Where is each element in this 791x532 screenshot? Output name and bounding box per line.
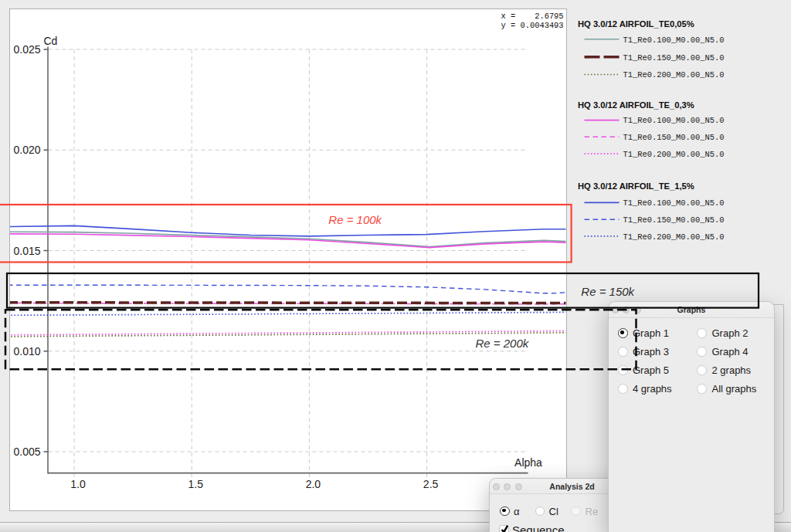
svg-text:Re = 200k: Re = 200k: [476, 337, 530, 350]
svg-text:Re = 150k: Re = 150k: [581, 285, 635, 298]
svg-text:Re = 100k: Re = 100k: [328, 213, 382, 226]
